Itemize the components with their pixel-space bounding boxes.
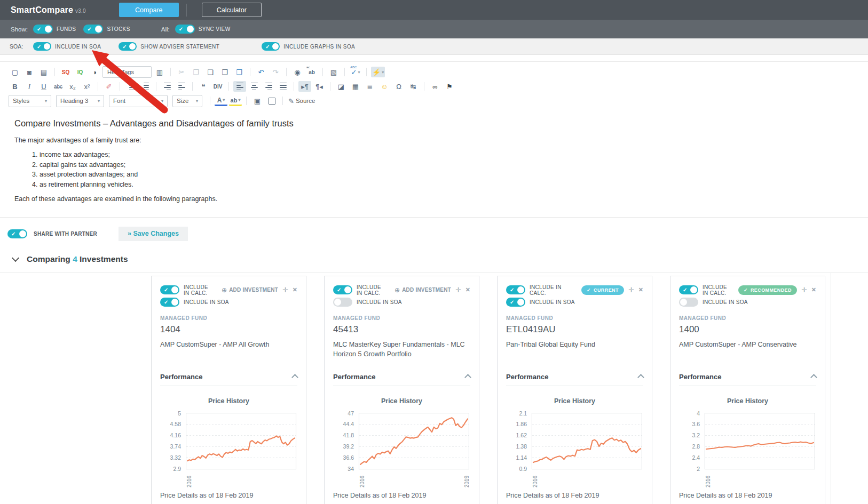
underline-icon[interactable]: U [37,81,50,92]
preview-icon[interactable]: ◙ [23,67,36,77]
blockquote-icon[interactable]: ❝ [197,81,210,92]
include-in-calc-toggle[interactable]: ✓ [160,285,179,294]
collapse-section-chevron-icon[interactable] [810,374,817,381]
iq-icon[interactable]: IQ [74,67,86,77]
smiley-icon[interactable]: ☺ [378,81,391,92]
share-with-partner-toggle[interactable]: ✓ [7,229,27,238]
collapse-section-chevron-icon[interactable] [464,374,471,381]
text-direction-ltr-icon[interactable]: ▸¶ [298,81,311,92]
add-investment-button[interactable]: ⊕ADD INVESTMENT [222,286,278,294]
move-handle-icon[interactable]: ✛ [455,286,461,294]
horizontal-line-icon[interactable]: ≣ [364,81,376,92]
performance-header: Performance [333,373,470,386]
subscript-icon[interactable]: x₂ [66,81,79,92]
align-left-icon[interactable] [233,81,246,92]
move-handle-icon[interactable]: ✛ [801,286,807,294]
add-investment-button[interactable]: ⊕ADD INVESTMENT [394,286,451,294]
toolbar-separator [294,82,294,91]
include-in-soa-toggle[interactable]: ✓ [333,298,352,307]
toolbar-separator [330,82,330,91]
paste-from-word-icon[interactable]: ❒ [233,67,246,77]
decrease-indent-icon[interactable] [161,81,173,92]
div-container-icon[interactable]: DIV [211,81,224,92]
sq-icon[interactable]: SQ [59,67,72,77]
align-right-icon[interactable] [262,81,275,92]
select-all-icon[interactable]: ▧ [327,67,340,77]
tab-compare[interactable]: Compare [119,3,179,17]
undo-icon[interactable]: ↶ [255,67,267,77]
link-icon[interactable]: ∞ [429,81,441,92]
macros-icon[interactable]: ⚡▾ [371,67,385,77]
include-in-soa-toggle[interactable]: ✓ [506,298,525,307]
collapse-section-chevron-icon[interactable] [637,374,644,381]
stocks-toggle[interactable]: ✓ [83,25,103,34]
replace-icon[interactable]: acab [305,67,318,77]
include-in-calc-label: INCLUDE IN CALC. [357,284,386,296]
strikethrough-icon[interactable]: abc [52,81,65,92]
collapse-section-chevron-icon[interactable] [291,374,298,381]
include-in-soa-label: INCLUDE IN SOA [530,299,575,305]
font-select[interactable]: Font▾ [109,95,168,107]
include-in-soa-toggle[interactable]: ✓ [679,298,698,307]
sync-view-toggle[interactable]: ✓ [175,25,195,34]
source-icon[interactable]: ✎Source [287,95,316,106]
find-icon[interactable]: ◉ [291,67,304,77]
show-blocks-icon[interactable]: ▣ [251,95,264,106]
close-icon[interactable]: ✕ [293,286,297,293]
format-select[interactable]: Heading 3▾ [56,95,104,107]
close-icon[interactable]: ✕ [465,286,470,293]
paste-plain-text-icon[interactable]: ❒ [218,67,231,77]
table-icon[interactable]: ▦ [349,81,362,92]
text-direction-rtl-icon[interactable]: ¶◂ [313,81,326,92]
show-adviser-statement-toggle[interactable]: ✓ [119,42,137,51]
hero-pen-icon[interactable]: ◑ [88,67,101,77]
paste-icon[interactable]: ❑ [204,67,217,77]
move-handle-icon[interactable]: ✛ [282,286,288,294]
increase-indent-icon[interactable] [175,81,188,92]
remove-format-icon[interactable]: ✐ [102,81,115,92]
include-in-soa-label: INCLUDE IN SOA [55,44,101,50]
template-icon[interactable]: ▥ [153,67,166,77]
numbered-list-icon[interactable] [124,81,137,92]
image-icon[interactable]: ◪ [335,81,348,92]
text-color-icon[interactable]: A▾ [215,96,227,106]
background-color-icon[interactable]: ab▾ [229,96,242,106]
include-in-soa-toggle[interactable]: ✓ [160,298,179,307]
funds-toggle[interactable]: ✓ [33,25,53,34]
close-icon[interactable]: ✕ [638,286,643,293]
print-icon[interactable]: ▤ [37,67,50,77]
new-page-icon[interactable]: ▢ [9,67,21,77]
special-character-icon[interactable]: Ω [392,81,405,92]
include-graphs-in-soa-label: INCLUDE GRAPHS IN SOA [283,44,355,50]
include-in-calc-toggle[interactable]: ✓ [679,285,698,294]
maximize-icon[interactable] [265,95,278,106]
tab-calculator[interactable]: Calculator [202,3,262,17]
editor-content[interactable]: Compare Investments – Advantages and Dis… [0,111,868,217]
include-graphs-in-soa-toggle[interactable]: ✓ [262,42,280,51]
include-in-soa-toggle[interactable]: ✓ [33,42,51,51]
size-select[interactable]: Size▾ [172,95,202,107]
move-handle-icon[interactable]: ✛ [628,286,634,294]
styles-select[interactable]: Styles▾ [9,95,51,107]
italic-icon[interactable]: I [23,81,36,92]
include-in-calc-toggle[interactable]: ✓ [506,285,525,294]
save-changes-button[interactable]: » Save Changes [119,227,188,241]
include-in-calc-toggle[interactable]: ✓ [333,285,352,294]
bold-icon[interactable]: B [9,81,21,92]
cut-icon[interactable]: ✂ [175,67,188,77]
price-history-chart: 2.11.861.621.381.140.9 [506,413,643,469]
close-icon[interactable]: ✕ [811,286,816,293]
redo-icon[interactable]: ↷ [269,67,282,77]
page-break-icon[interactable]: ↹ [407,81,420,92]
superscript-icon[interactable]: x² [81,81,93,92]
copy-icon[interactable]: ❐ [190,67,202,77]
hero-tags-combo[interactable]: Hero Tags [102,66,152,78]
comparison-title: Comparing 4 Investments [27,254,128,264]
anchor-icon[interactable]: ⚑ [443,81,456,92]
collapse-chevron-icon[interactable] [12,254,19,261]
spellcheck-icon[interactable]: ABC✓▾ [349,67,362,77]
bulleted-list-icon[interactable] [139,81,152,92]
align-justify-icon[interactable] [277,81,289,92]
chart-plot-area [359,413,469,469]
align-center-icon[interactable] [248,81,261,92]
